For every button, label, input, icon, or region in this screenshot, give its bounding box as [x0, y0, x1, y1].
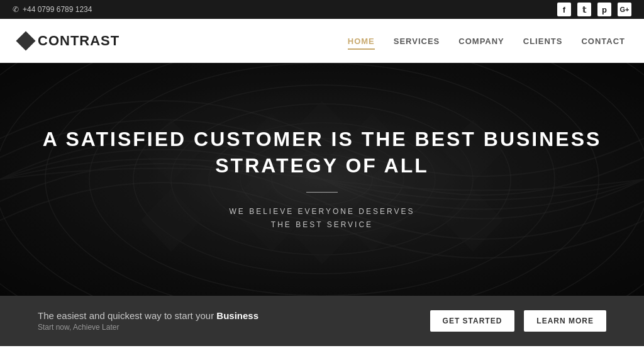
facebook-icon[interactable]: f [557, 3, 571, 16]
nav-link-contact[interactable]: CONTACT [581, 36, 625, 48]
logo-diamond [16, 31, 35, 50]
phone-number: +44 0799 6789 1234 [23, 5, 92, 14]
top-bar: ✆ +44 0799 6789 1234 f 𝕥 p G+ [0, 0, 644, 19]
cta-text-block: The easiest and quickest way to start yo… [38, 310, 258, 332]
nav-link-clients[interactable]: CLIENTS [523, 36, 563, 48]
nav-item-services[interactable]: SERVICES [394, 35, 440, 47]
hero-section: A SATISFIED CUSTOMER IS THE BEST BUSINES… [0, 63, 644, 296]
learn-more-button[interactable]: LEARN MORE [524, 310, 606, 332]
nav-link-company[interactable]: COMPANY [458, 36, 504, 48]
nav-links: HOME SERVICES COMPANY CLIENTS CONTACT [348, 35, 625, 47]
googleplus-icon[interactable]: G+ [618, 3, 631, 16]
cta-main-text: The easiest and quickest way to start yo… [38, 310, 258, 321]
social-links: f 𝕥 p G+ [557, 3, 631, 16]
logo-text: CONTRAST [38, 33, 119, 49]
phone-info: ✆ +44 0799 6789 1234 [13, 5, 92, 14]
phone-icon: ✆ [13, 5, 19, 14]
hero-content: A SATISFIED CUSTOMER IS THE BEST BUSINES… [43, 126, 602, 232]
nav-link-services[interactable]: SERVICES [394, 36, 440, 48]
pinterest-icon[interactable]: p [597, 3, 611, 16]
navigation: CONTRAST HOME SERVICES COMPANY CLIENTS C… [0, 19, 644, 63]
cta-buttons: GET STARTED LEARN MORE [430, 310, 606, 332]
nav-item-company[interactable]: COMPANY [458, 35, 504, 47]
nav-item-contact[interactable]: CONTACT [581, 35, 625, 47]
get-started-button[interactable]: GET STARTED [430, 310, 515, 332]
cta-banner: The easiest and quickest way to start yo… [0, 296, 644, 346]
twitter-icon[interactable]: 𝕥 [577, 3, 591, 16]
hero-subtitle: WE BELIEVE EVERYONE DESERVES THE BEST SE… [43, 205, 602, 232]
nav-item-clients[interactable]: CLIENTS [523, 35, 563, 47]
cta-sub-text: Start now, Achieve Later [38, 323, 258, 332]
hero-title: A SATISFIED CUSTOMER IS THE BEST BUSINES… [43, 126, 602, 179]
nav-item-home[interactable]: HOME [348, 35, 375, 47]
logo[interactable]: CONTRAST [19, 33, 119, 49]
hero-divider [306, 192, 338, 193]
nav-link-home[interactable]: HOME [348, 36, 375, 50]
